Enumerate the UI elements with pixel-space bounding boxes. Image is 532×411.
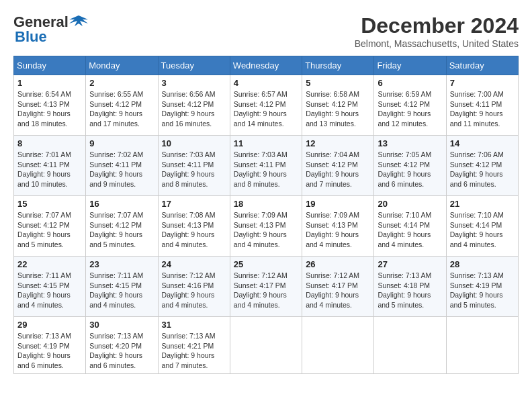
day-number: 12 [306,138,370,148]
day-info: Sunrise: 7:07 AMSunset: 4:12 PMDaylight:… [89,210,154,250]
calendar-header-thursday: Thursday [302,56,374,75]
location: Belmont, Massachusetts, United States [355,38,519,49]
month-title: December 2024 [355,13,519,38]
logo-bird-icon [69,14,88,30]
day-number: 16 [89,199,154,209]
day-number: 27 [378,259,442,269]
day-number: 26 [306,259,370,269]
calendar-day-cell [230,317,302,374]
day-info: Sunrise: 7:13 AMSunset: 4:21 PMDaylight:… [162,331,226,371]
calendar-day-cell: 19Sunrise: 7:09 AMSunset: 4:13 PMDayligh… [302,196,374,257]
day-info: Sunrise: 6:58 AMSunset: 4:12 PMDaylight:… [306,89,370,129]
calendar-day-cell: 24Sunrise: 7:12 AMSunset: 4:16 PMDayligh… [158,257,230,317]
day-number: 21 [450,199,515,209]
day-number: 15 [17,199,82,209]
calendar-day-cell: 30Sunrise: 7:13 AMSunset: 4:20 PMDayligh… [86,317,158,374]
calendar-week-row: 15Sunrise: 7:07 AMSunset: 4:12 PMDayligh… [14,196,519,257]
day-info: Sunrise: 6:57 AMSunset: 4:12 PMDaylight:… [234,89,298,129]
calendar-day-cell: 7Sunrise: 7:00 AMSunset: 4:11 PMDaylight… [446,75,518,136]
day-info: Sunrise: 7:12 AMSunset: 4:16 PMDaylight:… [162,271,226,310]
calendar-day-cell: 13Sunrise: 7:05 AMSunset: 4:12 PMDayligh… [374,136,446,196]
calendar-day-cell: 8Sunrise: 7:01 AMSunset: 4:11 PMDaylight… [14,136,86,196]
calendar-header-tuesday: Tuesday [158,56,230,75]
calendar-day-cell: 16Sunrise: 7:07 AMSunset: 4:12 PMDayligh… [86,196,158,257]
calendar-day-cell: 9Sunrise: 7:02 AMSunset: 4:11 PMDaylight… [86,136,158,196]
day-number: 28 [450,259,515,269]
calendar-day-cell: 27Sunrise: 7:13 AMSunset: 4:18 PMDayligh… [374,257,446,317]
calendar-day-cell: 12Sunrise: 7:04 AMSunset: 4:12 PMDayligh… [302,136,374,196]
day-info: Sunrise: 7:13 AMSunset: 4:19 PMDaylight:… [17,331,82,371]
day-info: Sunrise: 7:10 AMSunset: 4:14 PMDaylight:… [450,210,515,250]
day-number: 10 [162,138,226,148]
calendar-day-cell: 22Sunrise: 7:11 AMSunset: 4:15 PMDayligh… [14,257,86,317]
calendar-day-cell: 5Sunrise: 6:58 AMSunset: 4:12 PMDaylight… [302,75,374,136]
page-header: General Blue December 2024 Belmont, Mass… [13,13,519,49]
calendar-header-saturday: Saturday [446,56,518,75]
day-number: 9 [89,138,154,148]
day-info: Sunrise: 7:11 AMSunset: 4:15 PMDaylight:… [17,271,82,310]
day-number: 23 [89,259,154,269]
calendar-day-cell: 21Sunrise: 7:10 AMSunset: 4:14 PMDayligh… [446,196,518,257]
calendar-week-row: 1Sunrise: 6:54 AMSunset: 4:13 PMDaylight… [14,75,519,136]
day-number: 2 [89,78,154,88]
day-number: 30 [89,320,154,330]
calendar-day-cell: 26Sunrise: 7:12 AMSunset: 4:17 PMDayligh… [302,257,374,317]
day-info: Sunrise: 7:00 AMSunset: 4:11 PMDaylight:… [450,89,515,129]
day-number: 7 [450,78,515,88]
calendar-day-cell: 4Sunrise: 6:57 AMSunset: 4:12 PMDaylight… [230,75,302,136]
day-number: 20 [378,199,442,209]
day-number: 4 [234,78,298,88]
day-info: Sunrise: 7:09 AMSunset: 4:13 PMDaylight:… [234,210,298,250]
day-info: Sunrise: 6:55 AMSunset: 4:12 PMDaylight:… [89,89,154,129]
day-info: Sunrise: 7:06 AMSunset: 4:12 PMDaylight:… [450,150,515,189]
calendar-day-cell: 23Sunrise: 7:11 AMSunset: 4:15 PMDayligh… [86,257,158,317]
day-info: Sunrise: 7:03 AMSunset: 4:11 PMDaylight:… [162,150,226,189]
calendar-day-cell: 29Sunrise: 7:13 AMSunset: 4:19 PMDayligh… [14,317,86,374]
day-info: Sunrise: 7:05 AMSunset: 4:12 PMDaylight:… [378,150,442,189]
day-number: 6 [378,78,442,88]
calendar-week-row: 8Sunrise: 7:01 AMSunset: 4:11 PMDaylight… [14,136,519,196]
day-number: 25 [234,259,298,269]
day-info: Sunrise: 7:08 AMSunset: 4:13 PMDaylight:… [162,210,226,250]
calendar-day-cell: 25Sunrise: 7:12 AMSunset: 4:17 PMDayligh… [230,257,302,317]
day-number: 29 [17,320,82,330]
calendar-header-row: SundayMondayTuesdayWednesdayThursdayFrid… [14,56,519,75]
calendar-header-wednesday: Wednesday [230,56,302,75]
calendar-day-cell: 1Sunrise: 6:54 AMSunset: 4:13 PMDaylight… [14,75,86,136]
day-number: 31 [162,320,226,330]
day-number: 17 [162,199,226,209]
calendar-week-row: 29Sunrise: 7:13 AMSunset: 4:19 PMDayligh… [14,317,519,374]
day-info: Sunrise: 7:11 AMSunset: 4:15 PMDaylight:… [89,271,154,310]
day-info: Sunrise: 7:01 AMSunset: 4:11 PMDaylight:… [17,150,82,189]
day-info: Sunrise: 7:02 AMSunset: 4:11 PMDaylight:… [89,150,154,189]
day-info: Sunrise: 7:13 AMSunset: 4:20 PMDaylight:… [89,331,154,371]
calendar-day-cell: 28Sunrise: 7:13 AMSunset: 4:19 PMDayligh… [446,257,518,317]
calendar-day-cell [446,317,518,374]
day-number: 8 [17,138,82,148]
calendar-day-cell: 2Sunrise: 6:55 AMSunset: 4:12 PMDaylight… [86,75,158,136]
calendar-day-cell: 17Sunrise: 7:08 AMSunset: 4:13 PMDayligh… [158,196,230,257]
logo-blue: Blue [15,28,47,46]
day-number: 13 [378,138,442,148]
title-area: December 2024 Belmont, Massachusetts, Un… [355,13,519,49]
day-info: Sunrise: 7:04 AMSunset: 4:12 PMDaylight:… [306,150,370,189]
calendar-day-cell [374,317,446,374]
day-info: Sunrise: 7:13 AMSunset: 4:19 PMDaylight:… [450,271,515,310]
calendar-day-cell: 11Sunrise: 7:03 AMSunset: 4:11 PMDayligh… [230,136,302,196]
calendar-day-cell: 31Sunrise: 7:13 AMSunset: 4:21 PMDayligh… [158,317,230,374]
calendar-day-cell: 10Sunrise: 7:03 AMSunset: 4:11 PMDayligh… [158,136,230,196]
day-info: Sunrise: 7:13 AMSunset: 4:18 PMDaylight:… [378,271,442,310]
calendar-day-cell: 3Sunrise: 6:56 AMSunset: 4:12 PMDaylight… [158,75,230,136]
day-number: 11 [234,138,298,148]
day-info: Sunrise: 6:56 AMSunset: 4:12 PMDaylight:… [162,89,226,129]
logo: General Blue [13,13,88,46]
calendar-header-sunday: Sunday [14,56,86,75]
calendar-header-monday: Monday [86,56,158,75]
calendar-week-row: 22Sunrise: 7:11 AMSunset: 4:15 PMDayligh… [14,257,519,317]
calendar-table: SundayMondayTuesdayWednesdayThursdayFrid… [13,56,519,374]
day-number: 14 [450,138,515,148]
calendar-day-cell: 20Sunrise: 7:10 AMSunset: 4:14 PMDayligh… [374,196,446,257]
calendar-day-cell: 14Sunrise: 7:06 AMSunset: 4:12 PMDayligh… [446,136,518,196]
day-info: Sunrise: 7:09 AMSunset: 4:13 PMDaylight:… [306,210,370,250]
calendar-day-cell: 15Sunrise: 7:07 AMSunset: 4:12 PMDayligh… [14,196,86,257]
